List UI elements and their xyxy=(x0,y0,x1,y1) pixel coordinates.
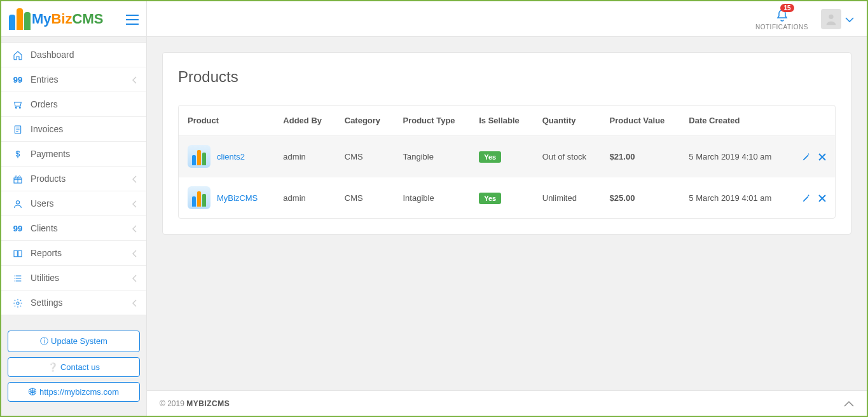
chevron-left-icon xyxy=(132,75,137,84)
delete-icon[interactable] xyxy=(818,193,826,203)
sidebar-item-users[interactable]: Users xyxy=(1,191,146,216)
column-header: Date Created xyxy=(680,106,789,136)
doc-icon xyxy=(10,123,25,135)
column-header: Category xyxy=(336,106,394,136)
sidebar-item-label: Payments xyxy=(31,149,137,159)
list-icon xyxy=(10,272,25,284)
column-header: Quantity xyxy=(534,106,601,136)
column-header: Is Sellable xyxy=(470,106,534,136)
sellable-badge: Yes xyxy=(479,151,501,163)
products-table-card: ProductAdded ByCategoryProduct TypeIs Se… xyxy=(178,105,836,219)
99-icon: 99 xyxy=(10,74,25,85)
sidebar-item-label: Reports xyxy=(31,248,132,258)
notifications-badge: 15 xyxy=(780,4,794,12)
logo-text: MyBizCMS xyxy=(32,11,103,27)
sidebar-item-reports[interactable]: Reports xyxy=(1,241,146,266)
sidebar-item-label: Dashboard xyxy=(31,50,137,60)
cart-icon xyxy=(10,99,25,110)
topbar-right: 15 NOTIFICATIONS xyxy=(147,8,867,31)
product-thumb-icon xyxy=(188,186,210,209)
sidebar-item-dashboard[interactable]: Dashboard xyxy=(1,43,146,67)
scroll-top-button[interactable] xyxy=(844,398,854,409)
edit-icon[interactable] xyxy=(802,151,811,161)
globe-icon: 🌐︎ xyxy=(29,387,37,397)
cell-added-by: admin xyxy=(274,177,335,219)
sidebar-item-label: Invoices xyxy=(31,124,137,134)
sellable-badge: Yes xyxy=(479,193,501,204)
chevron-left-icon xyxy=(132,249,137,257)
notifications-button[interactable]: 15 NOTIFICATIONS xyxy=(755,8,808,31)
column-header: Product Type xyxy=(394,106,470,136)
hamburger-icon[interactable] xyxy=(126,11,139,26)
cell-sellable: Yes xyxy=(470,136,534,177)
main-content: Products ProductAdded ByCategoryProduct … xyxy=(147,37,867,416)
page-title: Products xyxy=(178,68,836,86)
chevron-left-icon xyxy=(132,298,137,307)
cell-category: CMS xyxy=(336,136,394,177)
cell-quantity: Out of stock xyxy=(534,136,601,177)
dollar-icon xyxy=(10,148,25,160)
footer-text: © 2019 MYBIZCMS xyxy=(160,399,230,408)
cell-added-by: admin xyxy=(274,136,335,177)
product-link[interactable]: clients2 xyxy=(217,152,245,161)
cell-date: 5 March 2019 4:01 am xyxy=(680,177,789,219)
book-icon xyxy=(10,247,25,259)
avatar-icon xyxy=(821,9,841,29)
chevron-left-icon xyxy=(132,224,137,233)
sidebar-item-payments[interactable]: Payments xyxy=(1,142,146,167)
sidebar-item-invoices[interactable]: Invoices xyxy=(1,117,146,142)
cell-value: $25.00 xyxy=(601,177,680,219)
sidebar-item-clients[interactable]: 99Clients xyxy=(1,216,146,241)
logo-bars-icon xyxy=(9,8,31,30)
sidebar-item-entries[interactable]: 99Entries xyxy=(1,67,146,92)
column-header xyxy=(789,106,835,136)
sidebar-item-label: Products xyxy=(31,174,132,184)
svg-point-3 xyxy=(16,200,19,203)
bell-icon: 15 xyxy=(776,8,788,22)
99-icon: 99 xyxy=(10,222,25,234)
chevron-left-icon xyxy=(132,199,137,208)
sidebar-item-settings[interactable]: Settings xyxy=(1,291,146,315)
cell-type: Tangible xyxy=(394,136,470,177)
sidebar-item-label: Clients xyxy=(31,223,132,233)
sidebar-item-label: Utilities xyxy=(31,273,132,283)
help-icon: ❔ xyxy=(48,362,58,372)
product-link[interactable]: MyBizCMS xyxy=(217,193,258,203)
user-menu[interactable] xyxy=(821,9,854,29)
products-table: ProductAdded ByCategoryProduct TypeIs Se… xyxy=(179,106,835,218)
cell-category: CMS xyxy=(336,177,394,219)
sidebar: Dashboard99EntriesOrdersInvoicesPayments… xyxy=(1,37,147,416)
product-thumb-icon xyxy=(188,145,210,168)
topbar: MyBizCMS 15 NOTIFICATIONS xyxy=(1,1,867,37)
gift-icon xyxy=(10,173,25,184)
info-icon: ⓘ xyxy=(40,336,48,346)
user-icon xyxy=(10,198,25,209)
footer: © 2019 MYBIZCMS xyxy=(147,390,867,416)
sidebar-item-label: Settings xyxy=(31,297,132,308)
products-card: Products ProductAdded ByCategoryProduct … xyxy=(162,52,851,235)
table-row: clients2adminCMSTangibleYesOut of stock$… xyxy=(179,136,835,177)
cell-date: 5 March 2019 4:10 am xyxy=(680,136,789,177)
contact-us-button[interactable]: ❔Contact us xyxy=(8,357,140,377)
sidebar-item-label: Entries xyxy=(31,74,132,85)
website-button[interactable]: 🌐︎https://mybizcms.com xyxy=(8,382,140,402)
gear-icon xyxy=(10,297,25,308)
edit-icon[interactable] xyxy=(802,193,811,203)
sidebar-item-utilities[interactable]: Utilities xyxy=(1,266,146,291)
sidebar-item-orders[interactable]: Orders xyxy=(1,92,146,117)
column-header: Added By xyxy=(274,106,335,136)
sidebar-item-label: Users xyxy=(31,198,132,208)
logo[interactable]: MyBizCMS xyxy=(9,8,103,30)
column-header: Product xyxy=(179,106,274,136)
sidebar-item-label: Orders xyxy=(31,99,137,109)
chevron-left-icon xyxy=(132,174,137,183)
home-icon xyxy=(10,49,25,60)
chevron-left-icon xyxy=(132,273,137,282)
table-row: MyBizCMSadminCMSIntagibleYesUnlimited$25… xyxy=(179,177,835,219)
cell-value: $21.00 xyxy=(601,136,680,177)
update-system-button[interactable]: ⓘUpdate System xyxy=(8,331,140,352)
delete-icon[interactable] xyxy=(818,151,826,161)
notifications-label: NOTIFICATIONS xyxy=(755,24,808,31)
sidebar-item-products[interactable]: Products xyxy=(1,167,146,191)
svg-point-4 xyxy=(17,302,19,304)
